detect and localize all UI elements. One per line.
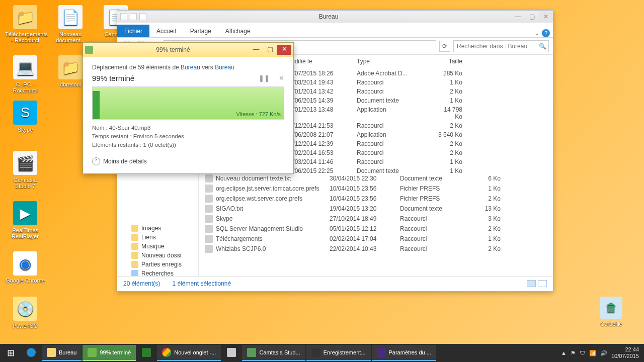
table-row[interactable]: 05/06/2015 14:39Document texte1 Ko	[286, 96, 553, 105]
taskbar-button[interactable]: Bureau	[42, 345, 82, 361]
taskbar-button[interactable]	[137, 345, 156, 361]
col-modified[interactable]: Modifié le	[286, 58, 357, 65]
view-icons-button[interactable]	[538, 280, 547, 287]
table-row[interactable]: org.eclipse.wst.server.core.prefs10/04/2…	[205, 194, 553, 204]
tab-affichage[interactable]: Affichage	[218, 25, 258, 37]
qat-icon[interactable]	[130, 13, 137, 20]
recycle-bin[interactable]: 🗑Corbeille	[594, 297, 629, 327]
file-icon	[205, 195, 213, 203]
desktop-icon[interactable]: SSkype	[5, 101, 45, 133]
icon-label: RealTimes RealPlayer	[12, 227, 39, 239]
taskbar-button[interactable]: Nouvel onglet -...	[157, 345, 221, 361]
app-icon	[377, 348, 386, 357]
table-row[interactable]: Téléchargements02/02/2014 17:04Raccourci…	[205, 234, 553, 244]
table-row[interactable]: Nouveau document texte.txt30/04/2015 22:…	[205, 173, 553, 184]
col-type[interactable]: Type	[357, 58, 437, 65]
close-button[interactable]: ✕	[539, 12, 553, 22]
dialog-titlebar[interactable]: 99% terminé — ▢ ✕	[83, 43, 293, 57]
table-row[interactable]: 16/03/2014 11:46Raccourci1 Ko	[286, 157, 553, 166]
copy-icon	[85, 46, 93, 54]
table-row[interactable]: 02/02/2014 16:53Raccourci2 Ko	[286, 148, 553, 157]
progress-percent: 99% terminé	[92, 74, 134, 82]
table-row[interactable]: Skype27/10/2014 18:49Raccourci3 Ko	[205, 214, 553, 224]
taskbar-button[interactable]	[22, 345, 41, 361]
desktop-icon[interactable]: ◉Google Chrome	[5, 251, 45, 284]
taskbar-button[interactable]: 99% terminé	[83, 345, 136, 361]
pause-button[interactable]: ❚❚	[259, 74, 270, 82]
nav-label: Liens	[141, 234, 156, 241]
desktop-icon[interactable]: ▶RealTimes RealPlayer	[5, 201, 45, 239]
dest-link[interactable]: Bureau	[215, 64, 234, 71]
view-details-button[interactable]	[527, 280, 536, 287]
desktop-icon[interactable]: 📁Téléchargements - Raccourci	[5, 5, 45, 43]
tab-fichier[interactable]: Fichier	[117, 25, 149, 37]
table-row[interactable]: 02/06/2008 21:07Application3 540 Ko	[286, 130, 553, 139]
start-button[interactable]: ⊞	[0, 344, 21, 362]
icon-label: C:-PC - Raccourci	[13, 81, 38, 94]
nav-item[interactable]: Images	[117, 224, 198, 233]
network-icon[interactable]: 📶	[589, 350, 596, 356]
table-row[interactable]: 02/03/2014 19:43Raccourci1 Ko	[286, 78, 553, 87]
column-headers[interactable]: Modifié le Type Taille	[286, 55, 553, 68]
window-title: Bureau	[146, 13, 511, 20]
minimize-button[interactable]: —	[511, 12, 525, 22]
source-link[interactable]: Bureau	[181, 64, 200, 71]
tray-icon[interactable]: 🛡	[580, 350, 585, 356]
nav-label: Musique	[141, 243, 164, 250]
nav-item[interactable]: Liens	[117, 233, 198, 242]
maximize-button[interactable]: ▢	[525, 12, 539, 22]
search-input[interactable]	[453, 40, 549, 52]
app-icon	[247, 348, 256, 357]
table-row[interactable]: 18/12/2014 21:53Raccourci2 Ko	[286, 121, 553, 130]
file-operation-dialog: 99% terminé — ▢ ✕ Déplacement de 59 élém…	[83, 42, 294, 174]
volume-icon[interactable]: 🔊	[600, 350, 607, 356]
table-row[interactable]: 07/01/2013 13:48Application14 798 Ko	[286, 105, 553, 121]
less-details-toggle[interactable]: ⌃ Moins de détails	[92, 157, 284, 165]
nav-item[interactable]: Recherches	[117, 269, 198, 276]
table-row[interactable]: org.eclipse.jst.server.tomcat.core.prefs…	[205, 184, 553, 194]
table-row[interactable]: 08/07/2015 18:26Adobe Acrobat D...285 Ko	[286, 69, 553, 78]
quick-access-toolbar[interactable]	[120, 13, 146, 20]
taskbar-button[interactable]	[222, 345, 241, 361]
desktop-icon[interactable]: 💿PowerISO	[5, 297, 45, 329]
minimize-button[interactable]: —	[249, 45, 263, 55]
maximize-button[interactable]: ▢	[263, 45, 277, 55]
cancel-button[interactable]: ✕	[279, 74, 284, 82]
desktop-icon[interactable]: 📄Nouveau document...	[50, 5, 91, 43]
titlebar[interactable]: Bureau — ▢ ✕	[117, 11, 553, 23]
taskbar-button[interactable]: Paramètres du ...	[372, 345, 436, 361]
refresh-button[interactable]: ⟳	[439, 41, 450, 52]
taskbar-button[interactable]: Camtasia Stud...	[242, 345, 305, 361]
table-row[interactable]: 19/12/2014 12:39Raccourci2 Ko	[286, 139, 553, 148]
qat-icon[interactable]	[139, 13, 146, 20]
tab-partage[interactable]: Partage	[183, 25, 218, 37]
ribbon-collapse-icon[interactable]: ⌄	[535, 31, 539, 36]
tab-accueil[interactable]: Accueil	[149, 25, 183, 37]
icon-label: PowerISO	[13, 323, 38, 329]
taskbar-button[interactable]: Enregistrement...	[306, 345, 371, 361]
tray-icon[interactable]: ⚑	[571, 350, 576, 356]
table-row[interactable]: Whizlabs SCJP6.022/02/2014 10:43Raccourc…	[205, 244, 553, 254]
desktop-icon[interactable]: 🎬Camtasia Studio 7	[5, 151, 45, 189]
col-size[interactable]: Taille	[437, 58, 488, 65]
clock[interactable]: 22:44 10/07/2015	[611, 346, 639, 359]
icon-label: Corbeille	[600, 321, 622, 327]
table-row[interactable]: SQL Server Management Studio05/01/2015 1…	[205, 224, 553, 234]
nav-item[interactable]: Nouveau dossi	[117, 251, 198, 260]
table-row[interactable]: 15/01/2014 13:42Raccourci2 Ko	[286, 87, 553, 96]
nav-item[interactable]: Musique	[117, 242, 198, 251]
status-count: 20 élément(s)	[123, 280, 160, 287]
tray-icon[interactable]: ▲	[561, 350, 567, 356]
file-icon	[205, 185, 213, 193]
table-row[interactable]: SIGAO.txt19/04/2015 13:20Document texte1…	[205, 204, 553, 214]
close-button[interactable]: ✕	[277, 45, 291, 55]
app-icon	[311, 348, 320, 357]
time: 22:44	[611, 346, 639, 353]
file-icon	[205, 245, 213, 253]
system-tray[interactable]: ▲ ⚑ 🛡 📶 🔊 22:44 10/07/2015	[556, 346, 644, 359]
nav-item[interactable]: Parties enregis	[117, 260, 198, 269]
taskbar-label: Nouvel onglet -...	[174, 349, 216, 355]
desktop-icon[interactable]: 💻C:-PC - Raccourci	[5, 55, 45, 94]
status-selection: 1 élément sélectionné	[172, 280, 231, 287]
help-icon[interactable]: ?	[542, 29, 550, 37]
